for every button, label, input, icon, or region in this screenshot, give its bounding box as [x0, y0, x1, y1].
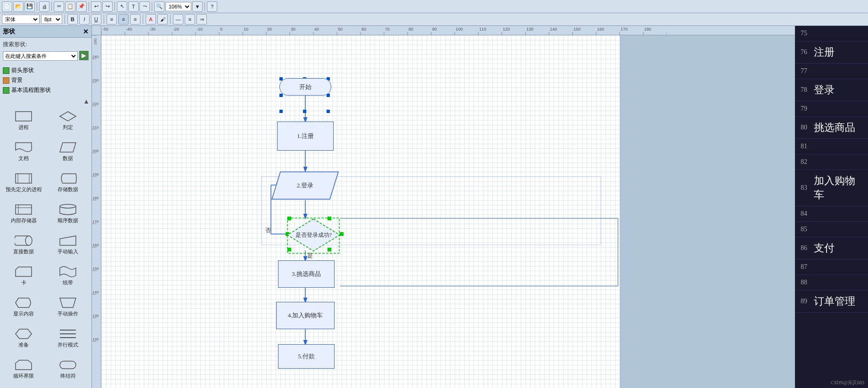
line-weight-btn[interactable]: ≡ — [185, 14, 195, 24]
flowchart-pay[interactable]: 5.付款 — [278, 344, 335, 369]
italic-btn[interactable]: I — [79, 14, 90, 24]
sidebar-item-login[interactable]: 78 登录 — [795, 79, 868, 101]
connector-btn[interactable]: ⤳ — [139, 1, 150, 12]
text-btn[interactable]: T — [128, 1, 139, 12]
sequential-icon — [59, 203, 77, 216]
sidebar-item-82[interactable]: 82 — [795, 154, 868, 170]
decision-label: 是否登录成功? — [295, 232, 332, 238]
flowchart-login[interactable]: 2.登录 — [271, 171, 339, 200]
align-right-btn[interactable]: ≡ — [130, 14, 140, 24]
panel-title: 形状 — [3, 27, 15, 36]
shape-terminator[interactable]: 终结符 — [46, 356, 90, 386]
sidebar-item-81[interactable]: 81 — [795, 139, 868, 154]
cut-btn[interactable]: ✂ — [54, 1, 64, 12]
shape-parallel[interactable]: 并行模式 — [46, 325, 90, 355]
svg-rect-6 — [16, 205, 32, 214]
flowchart-cart[interactable]: 4.加入购物车 — [276, 302, 335, 329]
underline-btn[interactable]: U — [91, 14, 101, 24]
shape-stored[interactable]: 存储数据 — [46, 170, 90, 200]
sep10 — [170, 15, 171, 24]
shape-predef[interactable]: 预先定义的进程 — [2, 170, 45, 200]
category-bg-icon — [3, 77, 9, 84]
align-center-btn[interactable]: ≡ — [118, 14, 129, 24]
sidebar-item-79[interactable]: 79 — [795, 101, 868, 117]
search-go-btn[interactable]: ▶ — [79, 51, 89, 60]
shape-decision[interactable]: 判定 — [46, 107, 90, 137]
sidebar-item-88[interactable]: 88 — [795, 275, 868, 291]
print-btn[interactable]: 🖨 — [39, 1, 49, 12]
font-family-select[interactable]: 宋体 — [2, 15, 40, 24]
font-color-btn[interactable]: A — [146, 14, 156, 24]
help-btn[interactable]: ? — [207, 1, 217, 12]
category-arrows[interactable]: 箭头形状 — [3, 65, 89, 75]
sidebar-item-register[interactable]: 76 注册 — [795, 41, 868, 64]
flowchart-register[interactable]: 1.注册 — [277, 121, 334, 151]
shape-sequential[interactable]: 顺序数据 — [46, 201, 90, 231]
paste-btn[interactable]: 📌 — [76, 1, 87, 12]
open-btn[interactable]: 📂 — [13, 1, 24, 12]
shape-display[interactable]: 显示内容 — [2, 294, 45, 324]
cart-label: 4.加入购物车 — [288, 311, 323, 320]
sidebar-item-85[interactable]: 85 — [795, 222, 868, 237]
sep6 — [205, 2, 205, 11]
data-icon — [59, 141, 77, 154]
shape-tape[interactable]: 纸带 — [46, 263, 90, 293]
undo-btn[interactable]: ↩ — [91, 1, 101, 12]
sidebar-item-84[interactable]: 84 — [795, 206, 868, 222]
align-left-btn[interactable]: ≡ — [106, 14, 117, 24]
zoom-dropdown-btn[interactable]: ▼ — [192, 1, 203, 12]
panel-close-btn[interactable]: ✕ — [83, 28, 89, 36]
category-bg-label: 背景 — [11, 76, 23, 84]
sidebar-item-75[interactable]: 75 — [795, 26, 868, 41]
shape-direct[interactable]: 直接数据 — [2, 232, 45, 262]
sidebar-item-77[interactable]: 77 — [795, 64, 868, 79]
redo-btn[interactable]: ↪ — [102, 1, 113, 12]
svg-text:240: 240 — [92, 55, 99, 59]
flowchart-decision[interactable]: 是否登录成功? — [287, 218, 341, 252]
scroll-up-arrow[interactable]: ▲ — [83, 97, 90, 106]
shape-prep[interactable]: 准备 — [2, 325, 45, 355]
canvas-inner: 否 是 — [101, 35, 620, 388]
sep5 — [152, 2, 152, 11]
line-ends-btn[interactable]: ⇒ — [197, 14, 207, 24]
shape-document[interactable]: 文档 — [2, 138, 45, 169]
flowchart-start[interactable]: 开始 — [279, 78, 331, 96]
svg-text:60: 60 — [361, 27, 366, 32]
sidebar-item-orders[interactable]: 89 订单管理 — [795, 291, 868, 313]
sidebar-item-cart[interactable]: 83 加入购物车 — [795, 170, 868, 206]
category-flowchart-icon — [3, 87, 9, 94]
shape-data[interactable]: 数据 — [46, 138, 90, 169]
shape-process[interactable]: 进程 — [2, 107, 45, 137]
shape-loop[interactable]: 循环界限 — [2, 356, 45, 386]
category-bg[interactable]: 背景 — [3, 75, 89, 85]
bold-btn[interactable]: B — [67, 14, 78, 24]
svg-text:130: 130 — [526, 27, 533, 32]
new-btn[interactable]: 📄 — [2, 1, 12, 12]
category-flowchart[interactable]: 基本流程图形状 — [3, 85, 89, 95]
zoom-out-btn[interactable]: 🔍 — [154, 1, 164, 12]
process-label: 进程 — [18, 124, 29, 131]
line-style-btn[interactable]: — — [173, 14, 183, 24]
font-size-select[interactable]: 8pt — [41, 15, 62, 24]
shape-manual[interactable]: 手动输入 — [46, 232, 90, 262]
shape-internal[interactable]: 内部存储器 — [2, 201, 45, 231]
register-label: 1.注册 — [297, 132, 314, 140]
copy-btn[interactable]: 📋 — [65, 1, 75, 12]
sidebar-item-pay[interactable]: 86 支付 — [795, 237, 868, 259]
highlight-btn[interactable]: 🖌 — [157, 14, 168, 24]
prep-label: 准备 — [18, 341, 29, 348]
sidebar-item-87[interactable]: 87 — [795, 259, 868, 275]
pointer-btn[interactable]: ↖ — [117, 1, 127, 12]
search-type-dropdown[interactable]: 在此键入搜索条件 — [3, 51, 78, 61]
canvas-scroll[interactable]: 否 是 — [101, 35, 795, 388]
flowchart-browse[interactable]: 3.挑选商品 — [278, 260, 335, 288]
zoom-select[interactable]: 106% — [165, 2, 191, 11]
svg-text:20: 20 — [267, 27, 272, 32]
shape-card[interactable]: 卡 — [2, 263, 45, 293]
ruler-horizontal: -50 -40 -30 -20 -10 0 10 — [101, 26, 795, 35]
sidebar-item-browse[interactable]: 80 挑选商品 — [795, 117, 868, 139]
shape-manual-op[interactable]: 手动操作 — [46, 294, 90, 324]
save-btn[interactable]: 💾 — [25, 1, 35, 12]
display-icon — [15, 296, 33, 309]
svg-marker-2 — [60, 143, 76, 152]
